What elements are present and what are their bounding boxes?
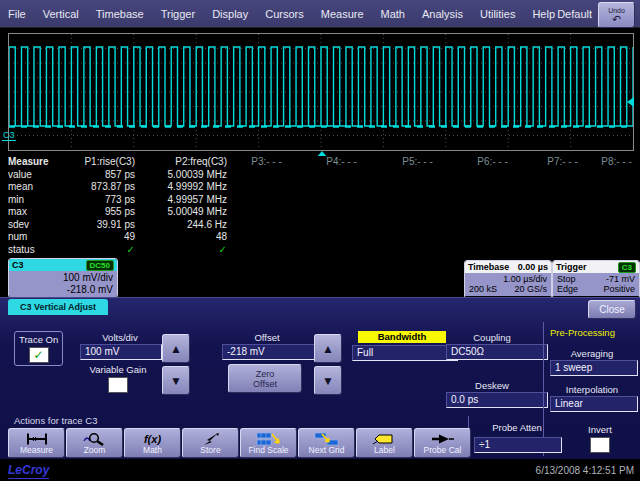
timebase-title: Timebase <box>468 262 509 272</box>
trigger-source-badge: C3 <box>618 262 636 273</box>
down-arrow-icon: ▼ <box>170 374 182 388</box>
measure-cell <box>532 194 598 207</box>
timebase-rate: 20 GS/s <box>514 284 547 294</box>
menu-item-trigger[interactable]: Trigger <box>161 8 195 20</box>
timebase-scale: 1.00 µs/div <box>469 274 547 284</box>
measure-cell <box>306 231 382 244</box>
measure-cell <box>458 169 532 182</box>
interpolation-field[interactable]: Linear <box>550 396 638 412</box>
probe-atten-label: Probe Atten <box>476 422 558 433</box>
trigger-level-marker-icon[interactable] <box>627 97 634 107</box>
volts-div-field[interactable]: 100 mV <box>80 344 162 360</box>
action-button-store[interactable]: Store <box>182 428 239 458</box>
action-button-label: Next Grid <box>309 446 345 455</box>
lecroy-logo: LeCroy <box>8 463 49 479</box>
menu-item-display[interactable]: Display <box>212 8 248 20</box>
trace-on-checkbox[interactable]: Trace On ✓ <box>14 331 63 366</box>
measure-cell: 4.99957 MHz <box>140 194 232 207</box>
up-arrow-icon: ▲ <box>322 342 334 356</box>
menu-bar: FileVerticalTimebaseTriggerDisplayCursor… <box>0 0 640 28</box>
measure-cell <box>306 194 382 207</box>
measure-cell <box>232 244 306 257</box>
menu-item-file[interactable]: File <box>8 8 26 20</box>
measure-cell <box>532 244 598 257</box>
coupling-label: Coupling <box>450 332 534 343</box>
volts-div-down-button[interactable]: ▼ <box>162 366 190 395</box>
action-button-probe-cal[interactable]: Probe Cal <box>414 428 471 458</box>
oscilloscope-screen: FileVerticalTimebaseTriggerDisplayCursor… <box>0 0 640 481</box>
channel-trace-label[interactable]: C3 <box>2 130 16 141</box>
default-setup-button[interactable]: Default <box>557 8 592 20</box>
zero-offset-button[interactable]: Zero Offset <box>228 364 302 393</box>
variable-gain-checkbox[interactable] <box>108 377 128 393</box>
action-button-next-grid[interactable]: Next Grid <box>298 428 355 458</box>
deskew-field[interactable]: 0.0 ps <box>446 392 548 408</box>
undo-button[interactable]: Undo ↶ <box>598 2 635 28</box>
measure-column-header: P4:- - - <box>306 156 382 169</box>
menu-item-help[interactable]: Help <box>532 8 555 20</box>
measure-cell <box>382 181 458 194</box>
probe-atten-field[interactable]: ÷1 <box>474 437 562 453</box>
measure-cell <box>532 231 598 244</box>
invert-checkbox[interactable] <box>590 437 610 453</box>
channel-offset: -218.0 mV <box>13 284 113 296</box>
measure-cell <box>598 231 640 244</box>
invert-label: Invert <box>572 424 628 435</box>
measure-cell <box>598 206 640 219</box>
label-tag-icon <box>372 432 398 446</box>
channel-descriptor-box[interactable]: C3 DC50 100 mV/div -218.0 mV <box>8 258 118 298</box>
up-arrow-icon: ▲ <box>170 342 182 356</box>
menu-item-math[interactable]: Math <box>381 8 405 20</box>
volts-div-up-button[interactable]: ▲ <box>162 334 190 363</box>
measure-cell <box>458 181 532 194</box>
measure-column-header: P3:- - - <box>232 156 306 169</box>
menu-item-cursors[interactable]: Cursors <box>265 8 304 20</box>
measure-cell <box>232 181 306 194</box>
measure-cell <box>532 181 598 194</box>
measure-column-header: P7:- - - <box>532 156 598 169</box>
menu-item-measure[interactable]: Measure <box>321 8 364 20</box>
measure-cell: 5.00049 MHz <box>140 206 232 219</box>
graticule <box>8 33 634 151</box>
menu-item-vertical[interactable]: Vertical <box>43 8 79 20</box>
action-button-measure[interactable]: Measure <box>8 428 65 458</box>
action-button-label[interactable]: Label <box>356 428 413 458</box>
zoom-magnifier-icon <box>83 432 107 446</box>
find-scale-icon <box>256 432 282 446</box>
timebase-descriptor-box[interactable]: Timebase 0.00 µs 1.00 µs/div 200 kS 20 G… <box>464 260 552 299</box>
offset-up-button[interactable]: ▲ <box>314 334 342 363</box>
measure-row-label: sdev <box>0 219 70 232</box>
menu-item-analysis[interactable]: Analysis <box>422 8 463 20</box>
offset-field[interactable]: -218 mV <box>222 344 316 360</box>
averaging-field[interactable]: 1 sweep <box>550 360 638 376</box>
next-grid-icon <box>314 432 340 446</box>
measure-table: MeasureP1:rise(C3)P2:freq(C3)P3:- - -P4:… <box>0 156 640 257</box>
measure-cell: 39.91 ps <box>70 219 140 232</box>
tab-c3-vertical-adjust[interactable]: C3 Vertical Adjust <box>8 299 108 315</box>
close-button[interactable]: Close <box>588 300 636 319</box>
action-button-zoom[interactable]: Zoom <box>66 428 123 458</box>
measure-cell <box>306 219 382 232</box>
action-button-label: Probe Cal <box>424 446 462 455</box>
measure-cell: 873.87 ps <box>70 181 140 194</box>
offset-label: Offset <box>224 332 310 343</box>
menu-item-timebase[interactable]: Timebase <box>96 8 144 20</box>
measure-cell <box>232 194 306 207</box>
trigger-descriptor-box[interactable]: Trigger C3 Stop -71 mV Edge Positive <box>552 260 640 299</box>
measure-column-header: P8:- - - <box>598 156 640 169</box>
action-button-label: Measure <box>20 446 53 455</box>
menu-item-utilities[interactable]: Utilities <box>480 8 515 20</box>
coupling-field[interactable]: DC50Ω <box>446 344 548 360</box>
action-button-find-scale[interactable]: Find Scale <box>240 428 297 458</box>
waveform-display: C3 <box>0 28 640 156</box>
measure-row-label: mean <box>0 181 70 194</box>
preprocessing-label: Pre-Processing <box>550 327 615 338</box>
measure-cell: ✓ <box>70 244 140 257</box>
measure-caliper-icon <box>25 432 49 446</box>
bandwidth-field[interactable]: Full <box>352 345 458 361</box>
variable-gain-label: Variable Gain <box>76 364 160 375</box>
offset-down-button[interactable]: ▼ <box>314 366 342 395</box>
measure-cell <box>382 231 458 244</box>
action-button-math[interactable]: f(x)Math <box>124 428 181 458</box>
action-button-label: Zoom <box>84 446 106 455</box>
